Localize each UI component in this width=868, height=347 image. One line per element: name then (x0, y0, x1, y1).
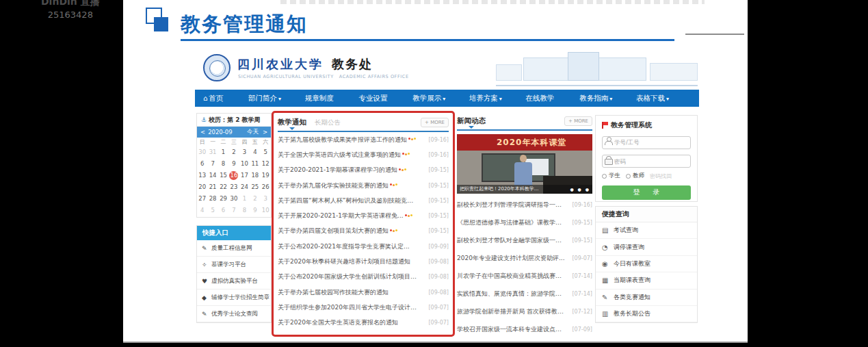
calendar-day[interactable]: 19 (261, 170, 271, 181)
quick-entry-item[interactable]: ✎ 质量工程信息网 (197, 240, 271, 257)
calendar-day[interactable]: 7 (228, 205, 239, 216)
calendar-day[interactable]: 4 (197, 205, 207, 216)
calendar-day[interactable]: 15 (218, 170, 228, 181)
notice-list-item[interactable]: 关于第四届“树木树人杯”树种知识及鉴别技能竞赛报... [09-15] (278, 193, 449, 208)
calendar-day[interactable]: 11 (250, 158, 260, 170)
student-radio[interactable] (602, 174, 607, 179)
calendar-day[interactable]: 10 (261, 205, 271, 216)
calendar-day[interactable]: 30 (197, 146, 207, 158)
calendar-day[interactable]: 18 (250, 170, 260, 181)
student-id-input[interactable] (602, 136, 691, 149)
calendar-day[interactable]: 27 (197, 193, 207, 205)
calendar-day[interactable]: 13 (197, 170, 207, 181)
calendar-day[interactable]: 22 (218, 181, 228, 193)
calendar-day[interactable]: 3 (261, 193, 271, 205)
teacher-radio[interactable] (626, 174, 631, 179)
quick-entry-item[interactable]: ◆ 辅修学士学位招生简章 (197, 290, 271, 306)
query-list-item[interactable]: ✎ 各类竞赛通知 (596, 290, 697, 306)
calendar-day[interactable]: 30 (228, 193, 239, 205)
query-list-item[interactable]: ▥ 教务长期公告 (596, 306, 697, 322)
notice-list-item[interactable]: 关于公布2020年国家级大学生创新训练计划项目名... [09-08] (278, 270, 449, 285)
news-list-item[interactable]: 实践悟真知、展览传真情：旅游学院全面... [07-14] (457, 285, 592, 303)
notice-list-item[interactable]: 关于举办第四届文创项目策划大赛的通知 [09-15] (278, 224, 449, 239)
calendar-day[interactable]: 1 (218, 146, 228, 158)
query-list-item[interactable]: ▦ 当期课表查询 (596, 272, 697, 289)
calendar-day[interactable]: 12 (261, 158, 271, 170)
password-input[interactable] (602, 155, 691, 168)
calendar-day[interactable]: 5 (261, 146, 271, 158)
notice-list-item[interactable]: 关于举办第九届化学实验技能竞赛的通知 [09-15] (278, 178, 449, 193)
teacher-radio-label[interactable]: 教师 (633, 172, 644, 180)
calendar-day[interactable]: 4 (250, 146, 260, 158)
nav-item[interactable]: 表格下载▾ (635, 94, 669, 103)
query-list-item[interactable]: ▤ 考试查询 (596, 222, 697, 239)
student-radio-label[interactable]: 学生 (609, 172, 620, 180)
nav-item[interactable]: 专业设置 (357, 94, 389, 103)
calendar-day[interactable]: 28 (207, 193, 218, 205)
next-month-button[interactable]: > (263, 129, 267, 136)
tab-news[interactable]: 新闻动态 (457, 116, 486, 126)
notice-list-item[interactable]: 关于公布2020-2021年度指导学生竞赛奖认定... [09-09] (278, 239, 449, 254)
nav-item[interactable]: 规章制度 (304, 94, 335, 103)
calendar-day[interactable]: 5 (207, 205, 218, 216)
calendar-day[interactable]: 9 (250, 205, 260, 216)
calendar-day[interactable]: 1 (239, 193, 250, 205)
calendar-day[interactable]: 17 (239, 170, 250, 181)
calendar-day[interactable]: 10 (239, 158, 250, 170)
calendar-day[interactable]: 3 (239, 146, 250, 158)
news-carousel-photo[interactable]: 2020年本科课堂 把职责扛起来吧！2020年本科教学... ● ● ● (457, 134, 592, 194)
forgot-password-link[interactable]: 密码找回 (650, 172, 672, 180)
nav-item[interactable]: 教务指南▾ (578, 94, 612, 103)
news-list-item[interactable]: 学校召开国家级一流本科专业建设点申报... [07-09] (457, 320, 592, 338)
notice-list-item[interactable]: 关于举办第七届校园写作技能大赛的通知 [09-08] (278, 285, 449, 300)
notice-list-item[interactable]: 关于组织学生参加2020年四川省大学生电子设计竞... [09-07] (278, 300, 449, 315)
calendar-day[interactable]: 25 (250, 181, 260, 193)
tab-longterm-announcements[interactable]: 长期公告 (315, 118, 341, 127)
nav-item[interactable]: 部门简介▾ (247, 94, 281, 103)
login-button[interactable]: 登 录 (602, 185, 691, 200)
calendar-day[interactable]: 23 (228, 181, 239, 193)
notices-more-button[interactable]: + MORE (421, 118, 449, 127)
calendar-day[interactable]: 6 (197, 158, 207, 170)
news-list-item[interactable]: 2020年专业建设支持计划层次资助评... [09-07] (457, 249, 592, 267)
nav-item[interactable]: ⌂首页 (203, 94, 224, 103)
calendar-day[interactable]: 29 (218, 193, 228, 205)
news-list-item[interactable]: 副校长刘登才带队对金融学国家级一流本... [09-15] (457, 231, 592, 249)
calendar-day[interactable]: 8 (239, 205, 250, 216)
calendar-day[interactable]: 31 (207, 146, 218, 158)
quick-entry-item[interactable]: ✧ 慕课学习平台 (197, 257, 271, 273)
notice-list-item[interactable]: 关于第九届校级教学成果奖申报评选工作的通知 [09-16] (278, 132, 449, 147)
news-list-item[interactable]: 旅游学院创新举措开新局 首次获得教学... [07-12] (457, 303, 592, 320)
calendar-day[interactable]: 16 (228, 170, 239, 181)
calendar-day[interactable]: 2 (250, 193, 260, 205)
calendar-day[interactable]: 2 (228, 146, 239, 158)
notice-list-item[interactable]: 关于2020年秋季科研兴趣培养计划项目结题通知 [09-08] (278, 254, 449, 269)
calendar-day[interactable]: 24 (239, 181, 250, 193)
tab-teaching-notices[interactable]: 教学通知 (278, 118, 306, 127)
today-button[interactable]: 今天 (247, 128, 259, 136)
query-list-item[interactable]: ◉ 今日有课教室 (596, 256, 697, 272)
calendar-day[interactable]: 26 (261, 181, 271, 193)
calendar-day[interactable]: 20 (197, 181, 207, 193)
carousel-dots[interactable]: ● ● ● (570, 187, 590, 192)
notice-list-item[interactable]: 关于2020-2021-1学期慕课课程学习的通知 [09-15] (278, 163, 449, 178)
news-list-item[interactable]: 《思想道德修养与法律基础》课教学展评... [09-15] (457, 214, 592, 231)
nav-item[interactable]: 培养方案▾ (468, 94, 502, 103)
quick-entry-item[interactable]: ✎ 优秀学士论文查阅 (197, 306, 271, 322)
notice-list-item[interactable]: 关于开展2020-2021-1学期大学英语课程免... [09-15] (278, 208, 449, 223)
calendar-day[interactable]: 21 (207, 181, 218, 193)
news-list-item[interactable]: 川农学子在中国高校商业精英挑战赛中再... [07-14] (457, 267, 592, 285)
nav-item[interactable]: 在线教学 (525, 94, 556, 103)
notice-list-item[interactable]: 关于2020年全国大学生英语竞赛报名的通知 [09-07] (278, 316, 449, 331)
calendar-day[interactable]: 14 (207, 170, 218, 181)
quick-entry-item[interactable]: ♥ 虚拟仿真实验平台 (197, 273, 271, 290)
news-more-button[interactable]: + MORE (564, 116, 592, 126)
notice-list-item[interactable]: 关于全国大学英语四六级考试注意事项的通知 [09-16] (278, 147, 449, 162)
prev-month-button[interactable]: < (200, 129, 205, 136)
news-list-item[interactable]: 副校长刘登才到管理学院调研指导一流本... [09-16] (457, 196, 592, 214)
calendar-day[interactable]: 6 (218, 205, 228, 216)
calendar-day[interactable]: 9 (228, 158, 239, 170)
nav-item[interactable]: 教学展示▾ (411, 94, 445, 103)
query-list-item[interactable]: ◔ 调停课查询 (596, 239, 697, 255)
calendar-day[interactable]: 8 (218, 158, 228, 170)
